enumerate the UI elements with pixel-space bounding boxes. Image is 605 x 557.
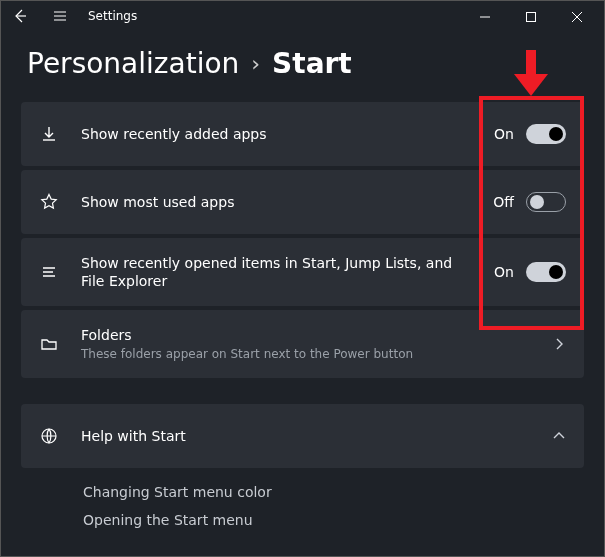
arrow-left-icon (12, 8, 28, 24)
close-icon (572, 12, 582, 22)
row-most-used-apps: Show most used apps Off (21, 170, 584, 234)
row-recently-added-apps: Show recently added apps On (21, 102, 584, 166)
content-area: Personalization › Start Show recently ad… (1, 33, 604, 546)
row-label: Show most used apps (81, 193, 468, 211)
star-icon (39, 192, 59, 212)
breadcrumb-current: Start (272, 47, 352, 80)
help-link-open-start[interactable]: Opening the Start menu (83, 506, 584, 534)
svg-rect-0 (527, 13, 536, 22)
toggle-most-used[interactable] (526, 192, 566, 212)
help-title: Help with Start (81, 427, 530, 445)
globe-icon (39, 426, 59, 446)
row-label: Folders These folders appear on Start ne… (81, 326, 530, 362)
toggle-group: On (490, 124, 566, 144)
folder-icon (39, 334, 59, 354)
toggle-state-label: On (490, 126, 514, 142)
toggle-group: Off (490, 192, 566, 212)
toggle-recent-items[interactable] (526, 262, 566, 282)
titlebar-left: Settings (0, 0, 137, 32)
back-button[interactable] (0, 0, 40, 32)
hamburger-icon (52, 8, 68, 24)
maximize-icon (526, 12, 536, 22)
row-label: Show recently added apps (81, 125, 468, 143)
app-title: Settings (88, 9, 137, 23)
toggle-group: On (490, 262, 566, 282)
folders-title: Folders (81, 326, 530, 344)
close-button[interactable] (554, 1, 600, 33)
settings-window: Settings Personalization › Start Show re… (0, 0, 605, 557)
help-items: Changing Start menu color Opening the St… (21, 472, 584, 534)
row-label: Show recently opened items in Start, Jum… (81, 254, 468, 290)
folders-sub: These folders appear on Start next to th… (81, 347, 530, 363)
help-link-change-color[interactable]: Changing Start menu color (83, 478, 584, 506)
breadcrumb: Personalization › Start (21, 33, 584, 102)
minimize-icon (480, 12, 490, 22)
breadcrumb-parent[interactable]: Personalization (27, 47, 239, 80)
download-icon (39, 124, 59, 144)
maximize-button[interactable] (508, 1, 554, 33)
row-recent-items: Show recently opened items in Start, Jum… (21, 238, 584, 306)
chevron-right-icon (552, 337, 566, 351)
toggle-recently-added[interactable] (526, 124, 566, 144)
row-help-with-start[interactable]: Help with Start (21, 404, 584, 468)
chevron-right-icon: › (251, 51, 260, 76)
menu-button[interactable] (40, 0, 80, 32)
chevron-up-icon (552, 429, 566, 443)
row-folders[interactable]: Folders These folders appear on Start ne… (21, 310, 584, 378)
toggle-state-label: Off (490, 194, 514, 210)
minimize-button[interactable] (462, 1, 508, 33)
list-icon (39, 262, 59, 282)
toggle-state-label: On (490, 264, 514, 280)
